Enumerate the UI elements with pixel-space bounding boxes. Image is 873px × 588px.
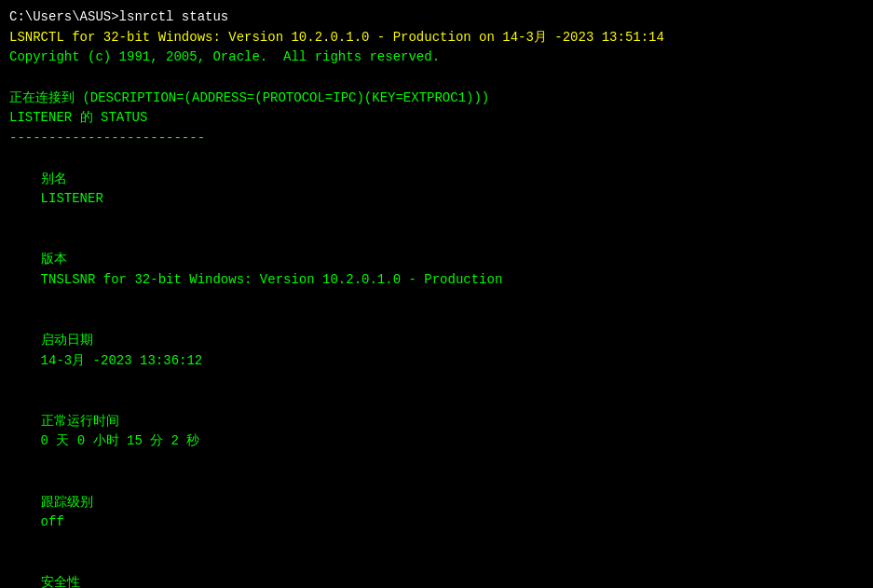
startdate-label: 启动日期 <box>41 331 209 351</box>
listener-status-heading: LISTENER 的 STATUS <box>9 108 864 129</box>
separator-line: ------------------------- <box>9 129 864 149</box>
copyright-line: Copyright (c) 1991, 2005, Oracle. All ri… <box>9 48 864 68</box>
alias-label: 别名 <box>41 170 209 190</box>
terminal-window: { "terminal": { "prompt": "C:\\Users\\AS… <box>0 0 873 588</box>
security-row: 安全性 ON: Local OS Authentication <box>9 554 864 588</box>
prompt-line: C:\Users\ASUS>lsnrctl status <box>9 7 864 28</box>
trace-label: 跟踪级别 <box>41 493 209 513</box>
blank1 <box>9 68 864 89</box>
security-label: 安全性 <box>41 573 209 588</box>
lsnrctl-header: LSNRCTL for 32-bit Windows: Version 10.2… <box>9 28 864 48</box>
version-value: TNSLSNR for 32-bit Windows: Version 10.2… <box>41 272 503 287</box>
startdate-row: 启动日期 14-3月 -2023 13:36:12 <box>9 310 864 391</box>
uptime-value: 0 天 0 小时 15 分 2 秒 <box>41 433 200 448</box>
alias-row: 别名 LISTENER <box>9 149 864 230</box>
trace-value: off <box>41 514 64 529</box>
trace-row: 跟踪级别 off <box>9 472 864 554</box>
version-label: 版本 <box>41 250 209 270</box>
uptime-row: 正常运行时间 0 天 0 小时 15 分 2 秒 <box>9 391 864 472</box>
alias-value: LISTENER <box>41 191 103 206</box>
version-row: 版本 TNSLSNR for 32-bit Windows: Version 1… <box>9 230 864 311</box>
uptime-label: 正常运行时间 <box>41 412 209 432</box>
startdate-value: 14-3月 -2023 13:36:12 <box>41 353 203 368</box>
connecting-line: 正在连接到 (DESCRIPTION=(ADDRESS=(PROTOCOL=IP… <box>9 89 864 109</box>
